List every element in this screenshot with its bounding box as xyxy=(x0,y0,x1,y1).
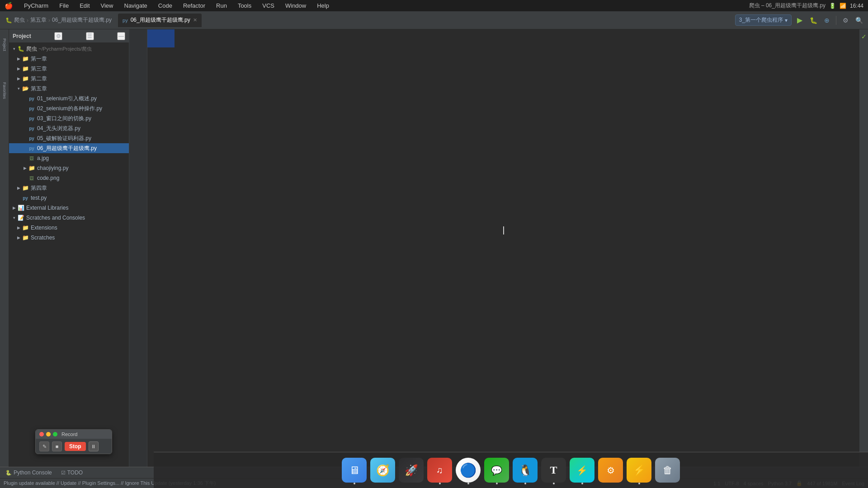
tree-item-ch5[interactable]: ▾ 📂 第五章 xyxy=(9,84,129,94)
dock-dot-finder xyxy=(354,483,355,484)
dock-item-qq[interactable]: 🐧 xyxy=(513,458,538,483)
tree-item-scratches-consoles[interactable]: ▾ 📝 Scratches and Consoles xyxy=(9,213,129,223)
tree-item-ch3[interactable]: ▶ 📁 第三章 xyxy=(9,64,129,74)
dock-item-ubersicht[interactable]: ⚙ xyxy=(598,458,623,483)
img-ajpg-icon: 🖼 xyxy=(28,155,35,162)
tree-label-testpy: test.py xyxy=(31,195,47,201)
menu-window[interactable]: Window xyxy=(283,2,308,9)
editor-content[interactable] xyxy=(147,29,859,467)
sidebar-project-label[interactable]: Project xyxy=(0,31,9,58)
folder-ch2-icon: 📁 xyxy=(22,75,29,82)
py-testpy-icon: py xyxy=(22,194,29,202)
tree-item-ch4[interactable]: ▶ 📁 第四章 xyxy=(9,183,129,193)
menu-refactor[interactable]: Refactor xyxy=(181,2,207,9)
tree-item-scratchdir[interactable]: ▶ 📁 Scratches xyxy=(9,233,129,243)
run-config-selector[interactable]: 3_第一个爬虫程序 ▾ xyxy=(735,14,792,26)
breadcrumb-root[interactable]: 🐛 xyxy=(5,17,12,23)
tree-arrow-extlibs: ▶ xyxy=(11,205,17,211)
coverage-button[interactable]: ⊕ xyxy=(821,15,832,26)
sidebar-favorites-label[interactable]: Favorites xyxy=(0,77,9,104)
tree-item-testpy[interactable]: ▶ py test.py xyxy=(9,193,129,203)
dock-item-netease[interactable]: ♫ xyxy=(427,458,452,483)
record-title-label: Record xyxy=(61,432,77,437)
pycharm-icon: ⚡ xyxy=(576,465,588,476)
menu-file[interactable]: File xyxy=(57,2,71,9)
dock-item-launchpad[interactable]: 🚀 xyxy=(399,458,424,483)
tree-item-extensions[interactable]: ▶ 📁 Extensions xyxy=(9,223,129,233)
bottom-tab-python[interactable]: 🐍 Python Console xyxy=(4,469,54,476)
debug-button[interactable]: 🐛 xyxy=(808,15,819,26)
tree-item-codepng[interactable]: ▶ 🖼 code.png xyxy=(9,173,129,183)
run-config-label: 3_第一个爬虫程序 xyxy=(739,16,783,24)
tree-item-f1[interactable]: ▶ py 01_selenium引入概述.py xyxy=(9,94,129,103)
editor-tab-active[interactable]: py 06_用超级鹰干超级鹰.py ✕ xyxy=(118,14,202,27)
tree-item-f5[interactable]: ▶ py 05_破解验证码利器.py xyxy=(9,133,129,143)
project-settings-button[interactable]: ⚙ xyxy=(54,32,62,40)
settings-button[interactable]: ⚙ xyxy=(840,15,851,26)
menubar-right: 爬虫 – 06_用超级鹰干超级鹰.py 🔋 📶 16:44 xyxy=(749,2,863,9)
tree-arrow-root: ▾ xyxy=(11,46,17,52)
project-layout-button[interactable]: ☰ xyxy=(86,32,94,40)
tree-item-root[interactable]: ▾ 🐛 爬虫 ~/PycharmProjects/爬虫 xyxy=(9,44,129,54)
tree-item-chao[interactable]: ▶ 📁 chaojiying.py xyxy=(9,163,129,173)
record-square-button[interactable]: ■ xyxy=(52,441,62,451)
record-close-button[interactable] xyxy=(39,432,44,436)
tree-item-f2[interactable]: ▶ py 02_selenium的各种操作.py xyxy=(9,103,129,113)
dock-item-typora[interactable]: T xyxy=(541,458,566,483)
editor-gutter xyxy=(129,29,147,467)
folder-ch5-icon: 📂 xyxy=(22,85,29,92)
breadcrumb-project[interactable]: 爬虫 xyxy=(14,16,25,24)
breadcrumb-file[interactable]: 06_用超级鹰干超级鹰.py xyxy=(52,16,112,24)
record-pencil-button[interactable]: ✎ xyxy=(39,441,49,451)
menu-code[interactable]: Code xyxy=(156,2,174,9)
tree-item-ch1[interactable]: ▶ 📁 第一章 xyxy=(9,54,129,64)
tree-label-f1: 01_selenium引入概述.py xyxy=(37,95,97,103)
tree-label-extlibs: External Libraries xyxy=(26,205,68,211)
tree-label-f4: 04_无头浏览器.py xyxy=(37,125,80,132)
menu-navigate[interactable]: Navigate xyxy=(123,2,149,9)
tree-arrow-extensions: ▶ xyxy=(15,225,22,231)
tree-item-ch2[interactable]: ▶ 📁 第二章 xyxy=(9,74,129,84)
menu-view[interactable]: View xyxy=(99,2,115,9)
tree-item-f6[interactable]: ▶ py 06_用超级鹰干超级鹰.py xyxy=(9,143,129,153)
tree-item-f3[interactable]: ▶ py 03_窗口之间的切换.py xyxy=(9,113,129,123)
breadcrumb-sep2: › xyxy=(48,17,50,23)
toolbar: 🐛 爬虫 › 第五章 › 06_用超级鹰干超级鹰.py py 06_用超级鹰干超… xyxy=(0,11,868,29)
folder-scratchdir-icon: 📁 xyxy=(22,234,29,241)
menu-run[interactable]: Run xyxy=(214,2,229,9)
dock-item-safari[interactable]: 🧭 xyxy=(370,458,395,483)
tree-item-extlibs[interactable]: ▶ 📊 External Libraries xyxy=(9,203,129,213)
menu-pycharm[interactable]: PyCharm xyxy=(22,2,50,9)
tab-close-icon[interactable]: ✕ xyxy=(193,17,197,23)
project-close-button[interactable]: — xyxy=(117,32,125,40)
menu-help[interactable]: Help xyxy=(315,2,331,9)
record-minimize-button[interactable] xyxy=(46,432,51,436)
menubar-wifi: 📶 xyxy=(840,3,846,9)
py-f5-icon: py xyxy=(28,135,35,142)
run-button[interactable]: ▶ xyxy=(794,15,805,26)
apple-menu[interactable]: 🍎 xyxy=(5,2,13,10)
todo-icon: ☑ xyxy=(61,470,66,476)
content-area: Project Favorites Project ⚙ ☰ — ▾ 🐛 爬虫 ~… xyxy=(0,29,868,467)
tree-label-f2: 02_selenium的各种操作.py xyxy=(37,105,102,113)
bottom-tab-python-label: Python Console xyxy=(14,469,52,476)
tree-item-ajpg[interactable]: ▶ 🖼 a.jpg xyxy=(9,153,129,163)
editor-area[interactable] xyxy=(129,29,859,467)
breadcrumb-chapter[interactable]: 第五章 xyxy=(30,16,47,24)
record-maximize-button[interactable] xyxy=(53,432,57,436)
menu-tools[interactable]: Tools xyxy=(236,2,253,9)
tree-item-f4[interactable]: ▶ py 04_无头浏览器.py xyxy=(9,123,129,133)
dock-item-chrome[interactable]: 🔵 xyxy=(456,458,481,483)
record-stop-button[interactable]: Stop xyxy=(65,442,86,451)
dock-item-trash[interactable]: 🗑 xyxy=(655,458,680,483)
dock-item-finder[interactable]: 🖥 xyxy=(342,458,367,483)
dock-item-pycharm[interactable]: ⚡ xyxy=(570,458,594,483)
dock-dot-wechat xyxy=(496,483,498,484)
bottom-tab-todo[interactable]: ☑ TODO xyxy=(59,469,85,476)
menu-vcs[interactable]: VCS xyxy=(260,2,276,9)
search-everywhere-button[interactable]: 🔍 xyxy=(854,15,864,26)
dock-item-wechat[interactable]: 💬 xyxy=(484,458,509,483)
dock-item-lightning[interactable]: ⚡ xyxy=(627,458,651,483)
menu-edit[interactable]: Edit xyxy=(78,2,91,9)
record-pause-button[interactable]: ⏸ xyxy=(89,441,99,451)
